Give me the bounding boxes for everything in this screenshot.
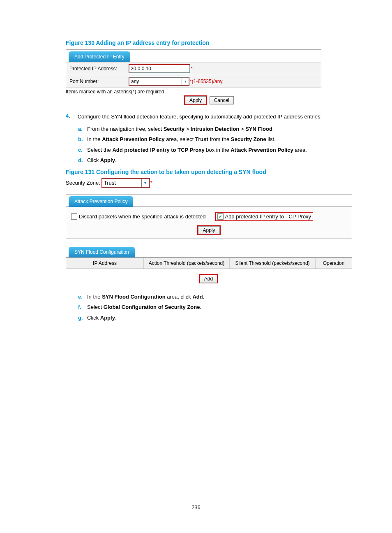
- add-protected-ip-tab: Add Protected IP Entry: [69, 51, 130, 62]
- security-zone-select[interactable]: Trust ▾: [102, 178, 150, 188]
- add-ip-tcp-proxy-checkbox[interactable]: ✔ Add protected IP entry to TCP Proxy: [216, 213, 313, 220]
- step-4f: f. Select Global Configuration of Securi…: [78, 303, 353, 311]
- required-asterisk: *: [191, 66, 193, 72]
- discard-packets-label: Discard packets when the specified attac…: [79, 213, 206, 220]
- step-4e: e. In the SYN Flood Configuration area, …: [78, 293, 353, 301]
- apply-button[interactable]: Apply: [185, 96, 206, 104]
- attack-prevention-policy-panel: Attack Prevention Policy Discard packets…: [66, 194, 352, 239]
- discard-packets-checkbox[interactable]: Discard packets when the specified attac…: [71, 213, 206, 220]
- required-asterisk: *: [150, 180, 152, 186]
- col-operation: Operation: [316, 258, 352, 269]
- col-silent-threshold: Silent Threshold (packets/second): [230, 258, 316, 269]
- chevron-down-icon: ▾: [141, 179, 149, 187]
- port-number-label: Port Number:: [69, 79, 129, 84]
- step-4d: d. Click Apply.: [78, 156, 353, 165]
- col-action-threshold: Action Threshold (packets/second): [144, 258, 230, 269]
- required-note: Items marked with an asterisk(*) are req…: [66, 89, 353, 95]
- protected-ip-label: Protected IP Address:: [69, 66, 129, 72]
- step-4c: c. Select the Add protected IP entry to …: [78, 146, 353, 154]
- add-button[interactable]: Add: [200, 275, 217, 283]
- security-zone-label: Security Zone:: [66, 180, 100, 186]
- security-zone-value: Trust: [104, 180, 116, 186]
- attack-prevention-policy-tab: Attack Prevention Policy: [69, 196, 133, 207]
- add-protected-ip-panel: Add Protected IP Entry Protected IP Addr…: [66, 49, 321, 88]
- port-number-value: any: [131, 79, 139, 84]
- step-4g: g. Click Apply.: [78, 314, 353, 322]
- cancel-button[interactable]: Cancel: [210, 96, 234, 104]
- syn-flood-config-panel: SYN Flood Configuration IP Address Actio…: [66, 245, 352, 269]
- step-4b: b. In the Attack Prevention Policy area,…: [78, 135, 353, 144]
- figure-130-caption: Figure 130 Adding an IP address entry fo…: [66, 39, 353, 46]
- step-text: Configure the SYN flood detection featur…: [78, 113, 349, 121]
- figure-131-caption: Figure 131 Configuring the action to be …: [66, 169, 353, 175]
- port-hint: *(1-65535)/any: [190, 79, 222, 84]
- syn-flood-table-header: IP Address Action Threshold (packets/sec…: [66, 257, 352, 269]
- step-number: 4.: [66, 113, 76, 119]
- syn-flood-config-tab: SYN Flood Configuration: [69, 247, 135, 257]
- checkbox-checked-icon: ✔: [217, 213, 224, 220]
- step-4: 4. Configure the SYN flood detection fea…: [66, 113, 353, 165]
- col-ip-address: IP Address: [66, 258, 144, 269]
- port-number-select[interactable]: any ▾: [129, 77, 189, 86]
- step-4a: a. From the navigation tree, select Secu…: [78, 125, 353, 133]
- page-number: 236: [0, 504, 392, 510]
- apply-button[interactable]: Apply: [198, 226, 219, 234]
- add-ip-tcp-proxy-label: Add protected IP entry to TCP Proxy: [225, 213, 311, 220]
- protected-ip-input[interactable]: [129, 65, 190, 73]
- checkbox-icon: [71, 213, 77, 220]
- chevron-down-icon: ▾: [182, 78, 189, 85]
